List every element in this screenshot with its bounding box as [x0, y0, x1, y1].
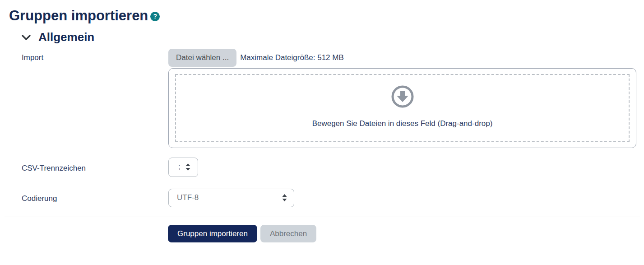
chevron-down-icon: [22, 34, 31, 41]
csv-delimiter-value: ;: [178, 163, 181, 172]
select-updown-icon: [185, 163, 190, 171]
dropzone-hint: Bewegen Sie Dateien in dieses Feld (Drag…: [312, 119, 493, 128]
import-groups-page: Gruppen importieren ? Allgemein Import D…: [0, 0, 644, 265]
csv-delimiter-label: CSV-Trennzeichen: [22, 164, 86, 172]
filepicker: Datei wählen ... Maximale Dateigröße: 51…: [168, 49, 636, 66]
form-row-import: Import Datei wählen ... Maximale Dateigr…: [9, 49, 636, 148]
form-row-csv-delimiter: CSV-Trennzeichen ;: [9, 148, 636, 177]
form-actions: Gruppen importieren Abbrechen: [168, 225, 636, 242]
download-arrow-icon: [391, 85, 414, 108]
encoding-label: Codierung: [22, 194, 57, 203]
select-updown-icon: [282, 194, 287, 201]
choose-file-button[interactable]: Datei wählen ...: [168, 49, 236, 66]
page-title: Gruppen importieren ?: [9, 7, 636, 24]
import-groups-button[interactable]: Gruppen importieren: [168, 225, 257, 242]
form-row-encoding: Codierung UTF-8: [9, 177, 636, 207]
encoding-value: UTF-8: [177, 193, 199, 202]
encoding-select[interactable]: UTF-8: [168, 189, 294, 207]
import-label: Import: [22, 53, 43, 62]
form-actions-divider: [5, 217, 640, 217]
page-title-text: Gruppen importieren: [9, 7, 148, 24]
max-file-size-text: Maximale Dateigröße: 512 MB: [240, 53, 344, 62]
file-drop-dashed-zone: Bewegen Sie Dateien in dieses Feld (Drag…: [175, 74, 630, 142]
csv-delimiter-select[interactable]: ;: [168, 158, 198, 177]
section-allgemein-toggle[interactable]: Allgemein: [22, 30, 636, 44]
cancel-button[interactable]: Abbrechen: [260, 225, 316, 242]
section-title: Allgemein: [38, 30, 94, 44]
file-drop-area[interactable]: Bewegen Sie Dateien in dieses Feld (Drag…: [168, 68, 636, 148]
help-icon[interactable]: ?: [150, 12, 160, 21]
